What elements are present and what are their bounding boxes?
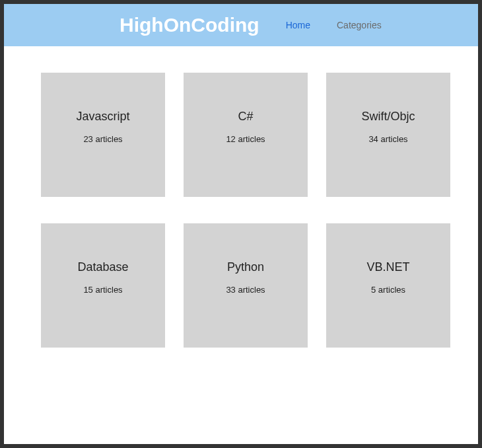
card-subtitle: 23 articles bbox=[83, 134, 122, 144]
card-subtitle: 12 articles bbox=[226, 134, 265, 144]
card-title: Python bbox=[227, 260, 264, 274]
card-title: C# bbox=[238, 110, 253, 124]
card-subtitle: 33 articles bbox=[226, 285, 265, 295]
card-title: VB.NET bbox=[366, 260, 409, 274]
category-card-javascript[interactable]: Javascript 23 articles bbox=[41, 73, 165, 197]
card-title: Javascript bbox=[76, 110, 129, 124]
nav: Home Categories bbox=[286, 20, 382, 30]
card-title: Database bbox=[77, 260, 128, 274]
page-frame: HighOnCoding Home Categories Javascript … bbox=[4, 4, 478, 444]
card-subtitle: 5 articles bbox=[371, 285, 405, 295]
category-card-csharp[interactable]: C# 12 articles bbox=[184, 73, 308, 197]
category-card-python[interactable]: Python 33 articles bbox=[184, 223, 308, 348]
card-title: Swift/Objc bbox=[361, 110, 415, 124]
brand-title: HighOnCoding bbox=[120, 14, 259, 36]
card-subtitle: 34 articles bbox=[368, 134, 407, 144]
category-card-swift-objc[interactable]: Swift/Objc 34 articles bbox=[326, 73, 450, 197]
category-card-vbnet[interactable]: VB.NET 5 articles bbox=[326, 223, 450, 348]
nav-categories[interactable]: Categories bbox=[337, 20, 382, 30]
category-grid: Javascript 23 articles C# 12 articles Sw… bbox=[4, 46, 478, 374]
header: HighOnCoding Home Categories bbox=[4, 4, 478, 46]
card-subtitle: 15 articles bbox=[83, 285, 122, 295]
nav-home[interactable]: Home bbox=[286, 20, 310, 30]
category-card-database[interactable]: Database 15 articles bbox=[41, 223, 165, 348]
